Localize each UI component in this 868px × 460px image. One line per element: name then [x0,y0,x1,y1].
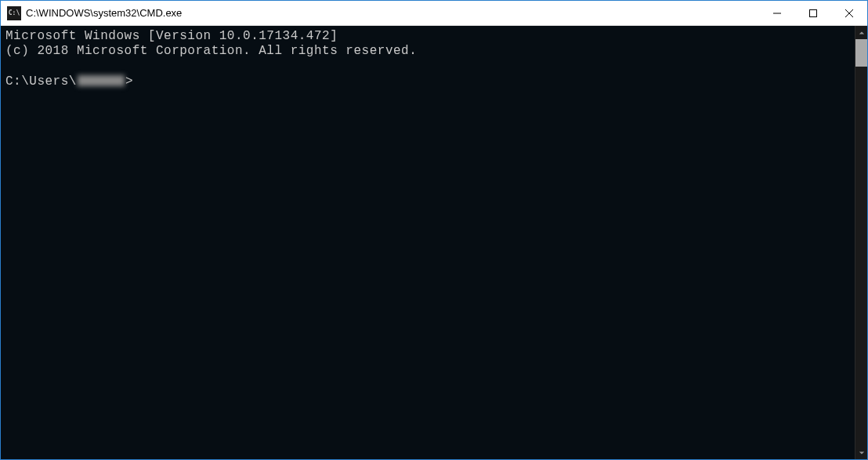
maximize-button[interactable] [795,1,831,25]
minimize-icon [773,9,781,17]
close-icon [845,9,853,17]
chevron-up-icon [859,30,865,36]
copyright-line: (c) 2018 Microsoft Corporation. All righ… [5,44,417,58]
svg-rect-1 [810,9,817,16]
scroll-thumb[interactable] [855,39,867,67]
window-controls [759,1,867,25]
cmd-icon: C:\ [7,6,21,20]
cmd-window: C:\ C:\WINDOWS\system32\CMD.exe Microsof… [0,0,868,460]
blurred-username [78,75,125,86]
vertical-scrollbar[interactable] [855,26,867,459]
window-title: C:\WINDOWS\system32\CMD.exe [26,7,759,19]
prompt-suffix: > [125,74,133,89]
prompt-prefix: C:\Users\ [5,74,77,89]
scroll-up-button[interactable] [855,26,867,39]
console-area: Microsoft Windows [Version 10.0.17134.47… [1,26,867,459]
console-output[interactable]: Microsoft Windows [Version 10.0.17134.47… [1,26,855,459]
command-prompt: C:\Users\> [5,74,133,89]
titlebar[interactable]: C:\ C:\WINDOWS\system32\CMD.exe [1,1,867,26]
version-line: Microsoft Windows [Version 10.0.17134.47… [5,29,338,43]
chevron-down-icon [859,450,865,456]
scroll-down-button[interactable] [855,446,867,459]
maximize-icon [809,9,817,17]
close-button[interactable] [831,1,867,25]
scroll-track[interactable] [855,39,867,446]
minimize-button[interactable] [759,1,795,25]
